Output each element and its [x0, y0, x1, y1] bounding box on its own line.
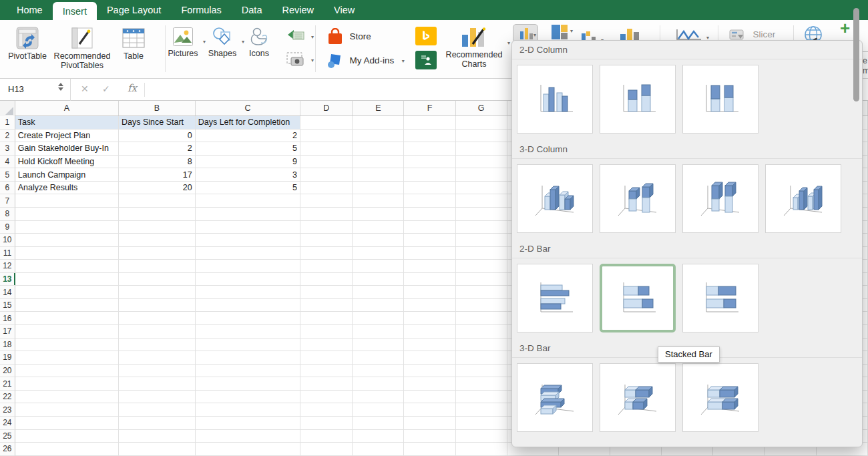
row-header-12[interactable]: 12: [0, 260, 15, 273]
cell-C15[interactable]: [196, 299, 300, 312]
cell-E20[interactable]: [353, 365, 404, 378]
cell-F7[interactable]: [404, 194, 455, 208]
cell-E14[interactable]: [353, 286, 404, 299]
row-header-1[interactable]: 1: [0, 116, 15, 130]
chart-type-col3d-100[interactable]: [682, 164, 758, 233]
cell-G10[interactable]: [456, 234, 507, 247]
cell-A2[interactable]: Create Project Plan: [15, 130, 119, 143]
cell-E22[interactable]: [353, 391, 404, 404]
row-header-8[interactable]: 8: [0, 208, 15, 221]
cell-D26[interactable]: [300, 443, 353, 456]
cell-B21[interactable]: [119, 377, 196, 391]
recommended-charts-button[interactable]: Recommended Charts ▾: [443, 27, 505, 69]
cell-A9[interactable]: [15, 221, 119, 234]
row-header-22[interactable]: 22: [0, 391, 15, 404]
cell-D11[interactable]: [300, 247, 353, 260]
cell-C17[interactable]: [196, 325, 300, 338]
cell-D20[interactable]: [300, 365, 353, 378]
cell-C12[interactable]: [196, 260, 300, 273]
cell-C6[interactable]: 5: [196, 182, 300, 195]
cell-A4[interactable]: Hold Kickoff Meeting: [15, 156, 119, 169]
cell-C18[interactable]: [196, 338, 300, 352]
cell-A13[interactable]: [15, 273, 119, 286]
cell-A25[interactable]: [15, 430, 119, 443]
cell-E3[interactable]: [353, 142, 404, 156]
row-header-14[interactable]: 14: [0, 286, 15, 299]
cell-G19[interactable]: [456, 351, 507, 365]
cell-B17[interactable]: [119, 325, 196, 338]
icons-button[interactable]: Icons: [243, 27, 275, 59]
row-header-6[interactable]: 6: [0, 182, 15, 195]
table-button[interactable]: Table: [115, 27, 152, 61]
cell-F14[interactable]: [404, 286, 455, 299]
cell-B22[interactable]: [119, 391, 196, 404]
cell-C1[interactable]: Days Left for Completion: [196, 116, 300, 130]
cell-A12[interactable]: [15, 260, 119, 273]
cell-G25[interactable]: [456, 430, 507, 443]
shapes-button[interactable]: Shapes ▾: [206, 27, 239, 59]
cell-C13[interactable]: [196, 273, 300, 286]
cell-D7[interactable]: [300, 194, 353, 208]
row-header-2[interactable]: 2: [0, 130, 15, 143]
cell-B18[interactable]: [119, 338, 196, 352]
pictures-button[interactable]: Pictures ▾: [167, 27, 199, 59]
cell-B8[interactable]: [119, 208, 196, 221]
cell-F4[interactable]: [404, 156, 455, 169]
column-header-D[interactable]: D: [300, 101, 353, 116]
cancel-button[interactable]: ✕: [81, 83, 89, 94]
column-header-A[interactable]: A: [15, 101, 119, 116]
cell-G12[interactable]: [456, 260, 507, 273]
cell-E1[interactable]: [353, 116, 404, 130]
column-header-C[interactable]: C: [196, 101, 300, 116]
cell-A19[interactable]: [15, 351, 119, 365]
tab-data[interactable]: Data: [232, 0, 272, 20]
cell-F22[interactable]: [404, 391, 455, 404]
cell-B13[interactable]: [119, 273, 196, 286]
cell-F24[interactable]: [404, 417, 455, 430]
chart-type-bar3d-stacked[interactable]: [600, 363, 676, 432]
cell-D24[interactable]: [300, 417, 353, 430]
cell-F19[interactable]: [404, 351, 455, 365]
cell-B1[interactable]: Days Since Start: [119, 116, 196, 130]
cell-G6[interactable]: [456, 182, 507, 195]
cell-A22[interactable]: [15, 391, 119, 404]
cell-D13[interactable]: [300, 273, 353, 286]
cell-C19[interactable]: [196, 351, 300, 365]
cell-G13[interactable]: [456, 273, 507, 286]
cell-E26[interactable]: [353, 443, 404, 456]
cell-B11[interactable]: [119, 247, 196, 260]
cell-F20[interactable]: [404, 365, 455, 378]
cell-C20[interactable]: [196, 365, 300, 378]
name-box-stepper[interactable]: [58, 83, 63, 91]
cell-B9[interactable]: [119, 221, 196, 234]
cell-E21[interactable]: [353, 377, 404, 391]
tab-page-layout[interactable]: Page Layout: [97, 0, 171, 20]
cell-A6[interactable]: Analyze Results: [15, 182, 119, 195]
cell-C21[interactable]: [196, 377, 300, 391]
row-header-11[interactable]: 11: [0, 247, 15, 260]
row-header-3[interactable]: 3: [0, 142, 15, 156]
cell-D12[interactable]: [300, 260, 353, 273]
cell-B2[interactable]: 0: [119, 130, 196, 143]
screenshot-dropdown-arrow[interactable]: ▾: [311, 56, 314, 65]
cell-F11[interactable]: [404, 247, 455, 260]
cell-D10[interactable]: [300, 234, 353, 247]
cell-B12[interactable]: [119, 260, 196, 273]
chart-type-bar-stacked[interactable]: [600, 264, 676, 332]
cell-D17[interactable]: [300, 325, 353, 338]
cell-B23[interactable]: [119, 403, 196, 417]
tab-review[interactable]: Review: [272, 0, 324, 20]
cell-G8[interactable]: [456, 208, 507, 221]
row-header-21[interactable]: 21: [0, 377, 15, 391]
cell-B19[interactable]: [119, 351, 196, 365]
cell-F26[interactable]: [404, 443, 455, 456]
cell-G11[interactable]: [456, 247, 507, 260]
cell-G26[interactable]: [456, 443, 507, 456]
row-header-23[interactable]: 23: [0, 403, 15, 417]
row-header-7[interactable]: 7: [0, 194, 15, 208]
smartart-dropdown-arrow[interactable]: ▾: [311, 33, 314, 42]
cell-A8[interactable]: [15, 208, 119, 221]
cell-B16[interactable]: [119, 312, 196, 325]
chart-type-bar3d-100[interactable]: [682, 363, 758, 432]
cell-E5[interactable]: [353, 168, 404, 182]
